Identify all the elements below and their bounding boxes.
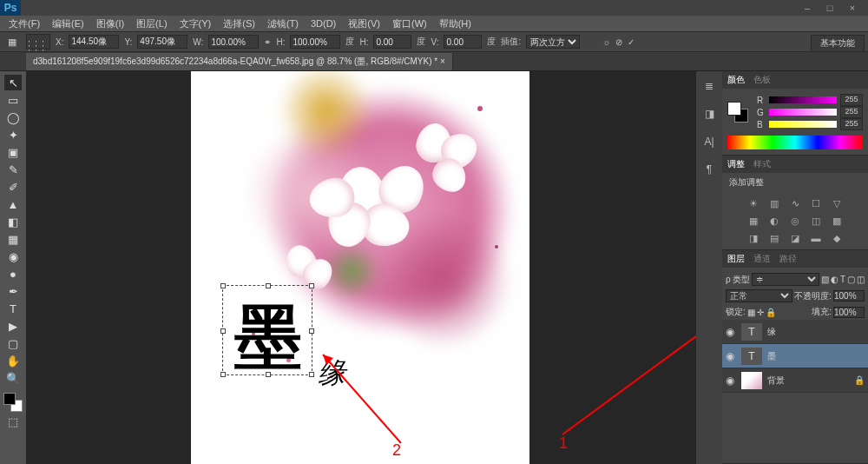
menu-file[interactable]: 文件(F)	[3, 16, 45, 32]
g-slider[interactable]	[769, 109, 837, 116]
filter-shape-icon[interactable]: ▢	[847, 275, 855, 284]
visibility-icon[interactable]: ◉	[726, 326, 736, 338]
brightness-icon[interactable]: ☀	[746, 197, 760, 209]
transform-handle[interactable]	[266, 372, 271, 377]
transform-handle[interactable]	[309, 328, 314, 334]
filter-type-icon[interactable]: T	[840, 275, 845, 284]
w-input[interactable]	[208, 35, 259, 49]
r-value[interactable]: 255	[840, 94, 863, 106]
transform-handle[interactable]	[309, 372, 314, 377]
opacity-input[interactable]	[833, 290, 865, 302]
brush-tool[interactable]: ✐	[4, 179, 22, 195]
document-tab[interactable]: d3bd161208f5e909f19fc6e3d99d6526c72234a8…	[26, 53, 453, 70]
lock-position-icon[interactable]: ✛	[757, 308, 764, 317]
pen-tool[interactable]: ✒	[4, 283, 22, 299]
v-input[interactable]	[444, 35, 482, 49]
canvas-area[interactable]: 墨 缘 1 2	[26, 71, 696, 464]
bw-icon[interactable]: ◐	[767, 215, 781, 227]
quick-mask-icon[interactable]: ⬚	[4, 414, 22, 429]
g-value[interactable]: 255	[840, 106, 863, 118]
document-canvas[interactable]	[191, 71, 529, 464]
tab-channels[interactable]: 通道	[753, 253, 771, 265]
menu-filter[interactable]: 滤镜(T)	[262, 16, 304, 32]
link-icon[interactable]: ⚭	[264, 37, 271, 47]
menu-edit[interactable]: 编辑(E)	[47, 16, 89, 32]
path-selection-tool[interactable]: ▶	[4, 318, 22, 334]
transform-handle[interactable]	[309, 283, 314, 288]
fill-input[interactable]	[833, 307, 865, 318]
dodge-tool[interactable]: ●	[4, 266, 22, 282]
layer-name[interactable]: 缘	[767, 326, 776, 338]
cancel-transform-icon[interactable]: ⊘	[615, 37, 622, 47]
history-panel-icon[interactable]: ≣	[701, 78, 717, 94]
interp-select[interactable]: 两次立方	[526, 35, 580, 49]
tab-layers[interactable]: 图层	[727, 253, 745, 265]
menu-3d[interactable]: 3D(D)	[306, 17, 341, 30]
hue-icon[interactable]: ▦	[746, 215, 760, 227]
hand-tool[interactable]: ✋	[4, 353, 22, 368]
channel-mixer-icon[interactable]: ◫	[809, 215, 823, 227]
menu-image[interactable]: 图像(I)	[91, 16, 129, 32]
gradient-tool[interactable]: ▦	[4, 231, 22, 247]
workspace-preset-button[interactable]: 基本功能	[811, 35, 865, 52]
menu-select[interactable]: 选择(S)	[218, 16, 260, 32]
layer-item[interactable]: ◉ T 缘	[722, 320, 868, 344]
visibility-icon[interactable]: ◉	[726, 350, 736, 362]
commit-transform-icon[interactable]: ✓	[628, 37, 635, 47]
filter-smart-icon[interactable]: ◫	[857, 275, 865, 284]
x-input[interactable]	[69, 35, 119, 49]
exposure-icon[interactable]: ☐	[809, 197, 823, 209]
blur-tool[interactable]: ◉	[4, 249, 22, 264]
window-close-button[interactable]: ×	[842, 2, 863, 14]
properties-panel-icon[interactable]: ◨	[701, 106, 717, 122]
curves-icon[interactable]: ∿	[788, 197, 802, 209]
vibrance-icon[interactable]: ▽	[830, 197, 844, 209]
layer-name[interactable]: 背景	[767, 375, 785, 387]
transform-handle[interactable]	[220, 283, 226, 288]
menu-type[interactable]: 文字(Y)	[174, 16, 217, 32]
marquee-tool[interactable]: ▭	[4, 92, 22, 108]
transform-bounding-box[interactable]	[222, 285, 312, 375]
tab-color[interactable]: 颜色	[727, 74, 745, 86]
canvas-text-small[interactable]: 缘	[318, 355, 345, 393]
tab-paths[interactable]: 路径	[779, 253, 797, 265]
h2-input[interactable]	[373, 35, 411, 49]
type-tool[interactable]: T	[4, 301, 22, 316]
invert-icon[interactable]: ◨	[746, 232, 760, 244]
paragraph-panel-icon[interactable]: ¶	[701, 162, 717, 177]
lock-pixels-icon[interactable]: ▦	[747, 308, 755, 317]
crop-tool[interactable]: ▣	[4, 144, 22, 160]
posterize-icon[interactable]: ▤	[767, 232, 781, 244]
reference-point-locator[interactable]: ·········	[26, 34, 50, 50]
transform-handle[interactable]	[266, 283, 271, 288]
tab-adjustments[interactable]: 调整	[727, 158, 745, 170]
h-input[interactable]	[290, 35, 340, 49]
tab-swatches[interactable]: 色板	[753, 74, 771, 86]
selective-color-icon[interactable]: ◆	[830, 232, 844, 244]
magic-wand-tool[interactable]: ✦	[4, 127, 22, 143]
color-lookup-icon[interactable]: ▩	[830, 215, 844, 227]
photo-filter-icon[interactable]: ◎	[788, 215, 802, 227]
layer-filter-select[interactable]: ≑	[752, 273, 819, 286]
menu-help[interactable]: 帮助(H)	[434, 16, 477, 32]
layer-item[interactable]: ◉ 背景 🔒	[722, 368, 868, 393]
lock-all-icon[interactable]: 🔒	[766, 308, 776, 317]
threshold-icon[interactable]: ◪	[788, 232, 802, 244]
color-spectrum[interactable]	[727, 136, 863, 149]
r-slider[interactable]	[769, 96, 837, 103]
transform-handle[interactable]	[220, 328, 226, 334]
move-tool[interactable]: ↖	[4, 75, 22, 90]
menu-window[interactable]: 窗口(W)	[387, 16, 432, 32]
character-panel-icon[interactable]: A|	[701, 134, 717, 149]
window-minimize-button[interactable]: –	[797, 2, 818, 14]
eraser-tool[interactable]: ◧	[4, 214, 22, 229]
zoom-tool[interactable]: 🔍	[4, 370, 22, 386]
window-maximize-button[interactable]: □	[819, 2, 840, 14]
visibility-icon[interactable]: ◉	[726, 375, 736, 387]
clone-stamp-tool[interactable]: ▲	[4, 196, 22, 212]
eyedropper-tool[interactable]: ✎	[4, 162, 22, 177]
levels-icon[interactable]: ▥	[767, 197, 781, 209]
color-swatch[interactable]	[3, 393, 23, 412]
color-swatch-pair[interactable]	[727, 102, 748, 123]
layer-name[interactable]: 墨	[767, 350, 776, 362]
